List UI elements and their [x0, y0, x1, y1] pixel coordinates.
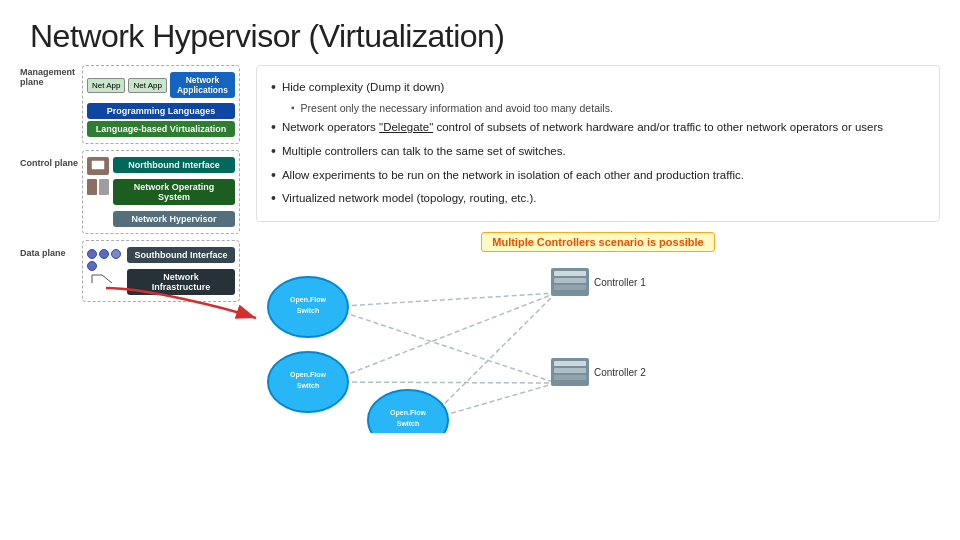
- main-content: Managementplane Net App Net App Network …: [0, 65, 960, 535]
- network-node-4: [87, 261, 97, 271]
- svg-rect-23: [554, 278, 586, 283]
- network-applications-block: Network Applications: [170, 72, 235, 98]
- bullet-text-5: Virtualized network model (topology, rou…: [282, 189, 537, 207]
- svg-line-6: [328, 293, 556, 307]
- network-node-1: [87, 249, 97, 259]
- bullet-box: Hide complexity (Dump it down) Present o…: [256, 65, 940, 222]
- network-node-3: [111, 249, 121, 259]
- svg-text:Controller 2: Controller 2: [594, 367, 646, 378]
- svg-line-7: [328, 307, 556, 383]
- phone-icon-1: [87, 179, 97, 195]
- data-plane-label: Data plane: [20, 248, 66, 258]
- svg-rect-24: [554, 285, 586, 290]
- network-hypervisor-block: Network Hypervisor: [113, 211, 235, 227]
- bullet-item-3: Multiple controllers can talk to the sam…: [271, 140, 925, 164]
- control-plane-section: Control plane Northbound Interface: [20, 150, 240, 234]
- svg-text:Switch: Switch: [297, 382, 320, 389]
- svg-line-5: [102, 275, 112, 283]
- svg-rect-29: [554, 375, 586, 380]
- net-app-1: Net App: [87, 78, 125, 93]
- southbound-interface-block: Southbound Interface: [127, 247, 235, 263]
- controllers-title: Multiple Controllers scenario is possibl…: [481, 232, 715, 252]
- svg-text:Open.Flow: Open.Flow: [290, 296, 326, 304]
- bullet-text-1: Hide complexity (Dump it down): [282, 78, 444, 96]
- control-plane-label: Control plane: [20, 158, 78, 168]
- svg-rect-0: [91, 160, 105, 170]
- programming-languages-block: Programming Languages: [87, 103, 235, 119]
- svg-line-8: [328, 293, 556, 382]
- bullet-item-2: Network operators "Delegate" control of …: [271, 116, 925, 140]
- bullet-item-1: Hide complexity (Dump it down): [271, 76, 925, 100]
- right-content: Hide complexity (Dump it down) Present o…: [256, 65, 940, 535]
- svg-text:Switch: Switch: [397, 420, 420, 427]
- bullet-text-2: Network operators "Delegate" control of …: [282, 118, 883, 136]
- northbound-interface-block: Northbound Interface: [113, 157, 235, 173]
- svg-rect-22: [554, 271, 586, 276]
- svg-rect-27: [554, 361, 586, 366]
- svg-text:Switch: Switch: [297, 307, 320, 314]
- network-node-2: [99, 249, 109, 259]
- svg-rect-1: [96, 170, 100, 172]
- network-infrastructure-block: Network Infrastructure: [127, 269, 235, 295]
- left-diagram: Managementplane Net App Net App Network …: [20, 65, 240, 535]
- phone-icon-2: [99, 179, 109, 195]
- management-plane-section: Managementplane Net App Net App Network …: [20, 65, 240, 144]
- page-title: Network Hypervisor (Virtualization): [0, 0, 960, 65]
- svg-text:Controller 1: Controller 1: [594, 277, 646, 288]
- monitor-icon: [87, 157, 109, 175]
- node-connections: [87, 273, 123, 285]
- network-os-block: Network Operating System: [113, 179, 235, 205]
- controllers-diagram: Open.Flow Switch Open.Flow Switch Open.F…: [256, 258, 940, 438]
- management-plane-label: Managementplane: [20, 67, 75, 87]
- bullet-item-4: Allow experiments to be run on the netwo…: [271, 164, 925, 188]
- bullet-text-3: Multiple controllers can talk to the sam…: [282, 142, 566, 160]
- data-plane-section: Data plane Southbound Interface: [20, 240, 240, 302]
- bullet-list: Hide complexity (Dump it down) Present o…: [271, 76, 925, 211]
- svg-line-9: [328, 382, 556, 383]
- bullet-text-4: Allow experiments to be run on the netwo…: [282, 166, 744, 184]
- net-app-2: Net App: [128, 78, 166, 93]
- bullet-item-5: Virtualized network model (topology, rou…: [271, 187, 925, 211]
- language-virtualization-block: Language-based Virtualization: [87, 121, 235, 137]
- svg-text:Open.Flow: Open.Flow: [390, 409, 426, 417]
- sub-bullet-1: Present only the necessary information a…: [291, 100, 925, 117]
- controllers-svg: Open.Flow Switch Open.Flow Switch Open.F…: [256, 258, 656, 433]
- svg-text:Open.Flow: Open.Flow: [290, 371, 326, 379]
- controllers-section: Multiple Controllers scenario is possibl…: [256, 232, 940, 438]
- svg-rect-2: [94, 172, 102, 173]
- svg-rect-28: [554, 368, 586, 373]
- sub-bullet-text-1: Present only the necessary information a…: [301, 100, 613, 117]
